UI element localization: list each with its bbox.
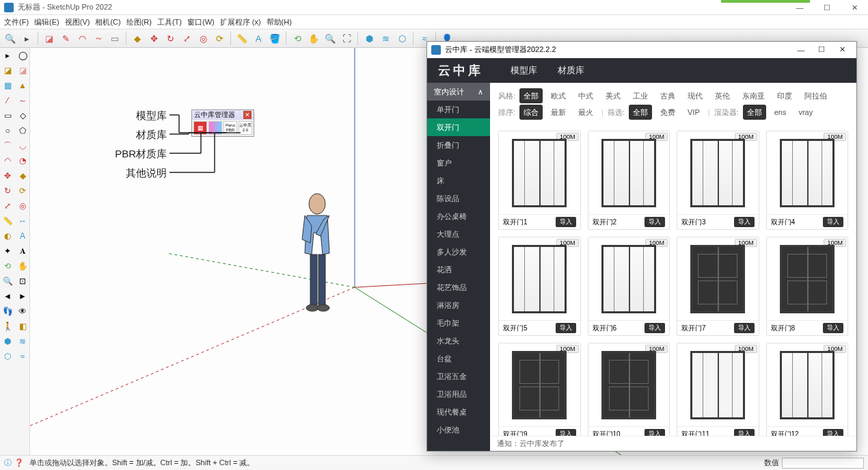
library-side-item[interactable]: 单开门: [427, 101, 490, 118]
offset-icon[interactable]: ◎: [195, 31, 211, 46]
download-button[interactable]: 导入: [556, 323, 576, 333]
download-button[interactable]: 导入: [734, 217, 755, 227]
library-card[interactable]: 100M双开门6导入: [588, 237, 670, 336]
library-category[interactable]: 室内设计 ∧: [427, 83, 490, 101]
library-titlebar[interactable]: 云中库 - 云端模型管理器2022.2.2 — ☐ ✕: [427, 42, 856, 58]
lt-follow-icon[interactable]: ⟳: [15, 183, 30, 198]
library-side-item[interactable]: 多人沙发: [427, 243, 490, 261]
pushpull-icon[interactable]: ◆: [130, 31, 145, 46]
library-side-item[interactable]: 办公桌椅: [427, 207, 490, 225]
rect-icon[interactable]: ▭: [107, 31, 122, 46]
lt-push2-icon[interactable]: ◆: [15, 168, 30, 183]
lt-axes-icon[interactable]: ✦: [0, 244, 15, 259]
download-button[interactable]: 导入: [823, 217, 843, 227]
lt-select-icon[interactable]: ▸: [0, 48, 15, 63]
tape-icon[interactable]: 📏: [234, 31, 249, 46]
lt-move-icon[interactable]: ✥: [0, 168, 15, 183]
filter-chip[interactable]: VIP: [683, 105, 704, 120]
lt-scale-icon[interactable]: ⤢: [0, 198, 15, 213]
filter-chip[interactable]: 工业: [629, 88, 652, 103]
close-button[interactable]: ✕: [841, 0, 868, 15]
library-card[interactable]: 100M双开门4导入: [766, 131, 849, 230]
lt-walk-icon[interactable]: 🚶: [0, 319, 15, 334]
library-maximize-button[interactable]: ☐: [811, 43, 832, 57]
status-help-icon[interactable]: ❓: [14, 458, 24, 467]
filter-chip[interactable]: 最火: [574, 105, 597, 120]
download-button[interactable]: 导入: [734, 323, 755, 333]
library-side-item[interactable]: 小便池: [427, 421, 490, 439]
filter-chip[interactable]: 现代: [683, 88, 707, 103]
filter-chip[interactable]: 美式: [601, 88, 625, 103]
lt-section-icon[interactable]: ◧: [15, 319, 30, 334]
lt-free-icon[interactable]: ～: [15, 93, 30, 108]
lt-pan-icon[interactable]: ✋: [15, 259, 30, 274]
library-card[interactable]: 100M双开门1导入: [498, 131, 581, 230]
lt-prev-icon[interactable]: ◄: [0, 289, 15, 304]
library-card[interactable]: 100M双开门3导入: [677, 131, 759, 230]
status-info-icon[interactable]: ⓘ: [4, 458, 12, 468]
library-side-item[interactable]: 卫浴用品: [427, 385, 490, 403]
library-tab-materials[interactable]: 材质库: [558, 64, 584, 77]
arc-icon[interactable]: ◠: [74, 31, 90, 46]
menu-draw[interactable]: 绘图(R): [126, 17, 152, 27]
lt-dim-icon[interactable]: ↔: [15, 213, 30, 229]
library-side-item[interactable]: 双开门: [427, 118, 490, 136]
lt-next-icon[interactable]: ►: [15, 289, 30, 304]
download-button[interactable]: 导入: [645, 323, 665, 333]
filter-chip[interactable]: 全部: [519, 88, 543, 103]
lt-lasso-icon[interactable]: ◯: [15, 48, 30, 63]
lt-ext7-icon[interactable]: ⬡: [0, 349, 15, 364]
library-side-item[interactable]: 花艺饰品: [427, 278, 490, 296]
library-minimize-button[interactable]: —: [791, 43, 811, 57]
scale-icon[interactable]: ⤢: [179, 31, 194, 46]
zoom-extents-icon[interactable]: ⛶: [339, 31, 354, 46]
filter-chip[interactable]: 阿拉伯: [800, 88, 831, 103]
lt-eraser2-icon[interactable]: ◪: [15, 63, 30, 78]
followme-icon[interactable]: ⟳: [212, 31, 227, 46]
lt-prot-icon[interactable]: ◐: [0, 229, 15, 244]
ext3-icon[interactable]: ⬡: [394, 31, 409, 46]
ext1-icon[interactable]: ⬢: [362, 31, 377, 46]
freehand-icon[interactable]: ～: [91, 31, 106, 46]
library-side-item[interactable]: 卫浴五金: [427, 367, 490, 385]
library-side-item[interactable]: 床: [427, 172, 490, 190]
library-side-item[interactable]: 台盆: [427, 350, 490, 367]
lt-text-icon[interactable]: A: [15, 229, 30, 244]
lt-pie-icon[interactable]: ◔: [15, 153, 30, 168]
library-card[interactable]: 100M双开门5导入: [498, 237, 581, 336]
lt-rotrect-icon[interactable]: ◇: [15, 108, 30, 123]
library-side-item[interactable]: 大理点: [427, 225, 490, 243]
lt-ext8-icon[interactable]: ≈: [15, 349, 30, 364]
lt-zoomwin-icon[interactable]: ⊡: [15, 274, 30, 289]
library-card[interactable]: 100M双开门12导入: [766, 343, 849, 436]
library-side-item[interactable]: 花洒: [427, 261, 490, 278]
download-button[interactable]: 导入: [556, 429, 576, 436]
lt-arc2-icon[interactable]: ◡: [15, 138, 30, 153]
move-icon[interactable]: ✥: [146, 31, 161, 46]
menu-window[interactable]: 窗口(W): [187, 17, 215, 27]
lt-3dtext-icon[interactable]: 𝐀: [15, 244, 30, 259]
menu-tools[interactable]: 工具(T): [157, 17, 182, 27]
lt-arc3-icon[interactable]: ◠: [0, 153, 15, 168]
menu-camera[interactable]: 相机(C): [95, 17, 120, 27]
library-tab-models[interactable]: 模型库: [511, 64, 537, 77]
lt-ext6-icon[interactable]: ≋: [15, 334, 30, 349]
ext2-icon[interactable]: ≋: [378, 31, 393, 46]
menu-view[interactable]: 视图(V): [65, 17, 90, 27]
download-button[interactable]: 导入: [823, 323, 843, 333]
select-icon[interactable]: ▸: [19, 31, 34, 46]
library-card[interactable]: 100M双开门8导入: [766, 237, 849, 336]
rotate-icon[interactable]: ↻: [163, 31, 178, 46]
filter-chip[interactable]: vray: [794, 105, 817, 120]
filter-chip[interactable]: 东南亚: [738, 88, 769, 103]
lt-line-icon[interactable]: ∕: [0, 93, 15, 108]
status-value-input[interactable]: [782, 458, 864, 469]
library-card[interactable]: 100M双开门7导入: [677, 237, 759, 336]
download-button[interactable]: 导入: [645, 217, 665, 227]
lt-zoom-icon[interactable]: 🔍: [0, 274, 15, 289]
text-icon[interactable]: A: [251, 31, 266, 46]
filter-chip[interactable]: 全部: [743, 105, 766, 120]
filter-chip[interactable]: ens: [770, 105, 791, 120]
lt-orbit-icon[interactable]: ⟲: [0, 259, 15, 274]
lt-arc1-icon[interactable]: ⌒: [0, 138, 15, 153]
